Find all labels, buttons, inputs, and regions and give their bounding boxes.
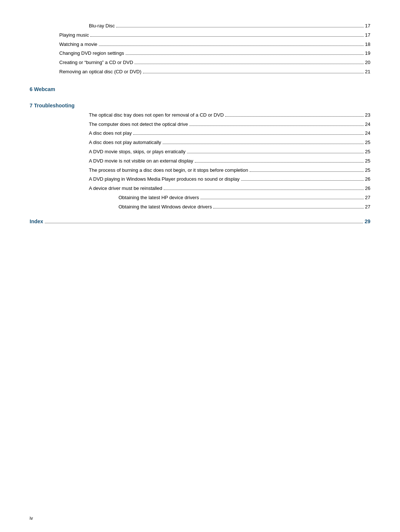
index-page: 29 — [364, 218, 370, 224]
toc-entry-dvd-region: Changing DVD region settings 19 — [30, 50, 370, 57]
toc-page-dvd-not-visible: 25 — [365, 157, 370, 165]
toc-page-dvd-no-sound: 26 — [365, 175, 370, 183]
toc-page-burning-process: 25 — [365, 167, 370, 174]
toc-text-removing-disc: Removing an optical disc (CD or DVD) — [59, 68, 141, 76]
toc-dots-dvd-stops — [187, 153, 364, 153]
toc-dots-disc-not-play — [133, 134, 364, 135]
toc-dots-dvd-no-sound — [241, 180, 364, 181]
toc-page-bluray: 17 — [365, 22, 370, 30]
toc-page-disc-not-play: 24 — [365, 130, 370, 137]
toc-dots-hp-drivers — [200, 199, 363, 199]
toc-entry-watching-movie: Watching a movie 18 — [30, 41, 370, 48]
toc-page-optical-tray: 23 — [365, 111, 370, 119]
toc-page-removing-disc: 21 — [365, 68, 370, 76]
toc-entry-disc-not-auto: A disc does not play automatically 25 — [30, 139, 370, 147]
toc-dots-disc-not-auto — [163, 144, 363, 144]
index-dots — [45, 223, 363, 223]
section7-header: 7 Troubleshooting — [30, 103, 370, 108]
toc-page-burning: 20 — [365, 59, 370, 67]
toc-page-hp-drivers: 27 — [365, 194, 370, 202]
toc-text-playing-music: Playing music — [59, 31, 89, 39]
toc-text-disc-not-auto: A disc does not play automatically — [89, 139, 161, 147]
toc-page-dvd-stops: 25 — [365, 148, 370, 156]
toc-dots-device-driver — [164, 190, 364, 190]
toc-text-dvd-not-visible: A DVD movie is not visible on an externa… — [89, 157, 193, 165]
toc-page-windows-drivers: 27 — [365, 203, 370, 211]
toc-page-dvd-region: 19 — [365, 50, 370, 57]
toc-text-watching-movie: Watching a movie — [59, 41, 97, 48]
toc-entry-bluray: Blu-ray Disc 17 — [30, 22, 370, 30]
toc-dots-burning-process — [250, 171, 364, 172]
toc-dots-dvd-not-visible — [195, 162, 364, 163]
toc-text-dvd-stops: A DVD movie stops, skips, or plays errat… — [89, 148, 186, 156]
toc-text-hp-drivers: Obtaining the latest HP device drivers — [119, 194, 199, 202]
toc-entry-device-driver: A device driver must be reinstalled 26 — [30, 185, 370, 193]
toc-text-disc-not-play: A disc does not play — [89, 130, 132, 137]
page-footer: iv — [30, 516, 33, 521]
toc-dots-detect-drive — [189, 126, 363, 126]
toc-text-dvd-region: Changing DVD region settings — [59, 50, 124, 57]
toc-dots-playing-music — [90, 36, 363, 37]
toc-dots-optical-tray — [225, 116, 363, 117]
toc-text-burning-process: The process of burning a disc does not b… — [89, 167, 248, 174]
toc-entry-removing-disc: Removing an optical disc (CD or DVD) 21 — [30, 68, 370, 76]
toc-text-dvd-no-sound: A DVD playing in Windows Media Player pr… — [89, 175, 240, 183]
footer-page-number: iv — [30, 516, 33, 521]
toc-page-playing-music: 17 — [365, 31, 370, 39]
toc-entry-burning: Creating or “burning” a CD or DVD 20 — [30, 59, 370, 67]
toc-entry-dvd-no-sound: A DVD playing in Windows Media Player pr… — [30, 175, 370, 183]
toc-container: Blu-ray Disc 17 Playing music 17 Watchin… — [30, 15, 370, 224]
toc-dots-windows-drivers — [213, 208, 363, 208]
toc-page-detect-drive: 24 — [365, 121, 370, 128]
toc-entry-burning-process: The process of burning a disc does not b… — [30, 167, 370, 174]
toc-entry-windows-drivers: Obtaining the latest Windows device driv… — [30, 203, 370, 211]
toc-dots-removing-disc — [143, 73, 364, 73]
toc-page-device-driver: 26 — [365, 185, 370, 193]
toc-entry-optical-tray: The optical disc tray does not open for … — [30, 111, 370, 119]
toc-entry-dvd-not-visible: A DVD movie is not visible on an externa… — [30, 157, 370, 165]
toc-entry-playing-music: Playing music 17 — [30, 31, 370, 39]
toc-dots-burning — [134, 64, 363, 64]
toc-dots-bluray — [116, 27, 363, 27]
toc-text-detect-drive: The computer does not detect the optical… — [89, 121, 188, 128]
index-label: Index — [30, 218, 43, 224]
toc-page-disc-not-auto: 25 — [365, 139, 370, 147]
toc-text-burning: Creating or “burning” a CD or DVD — [59, 59, 133, 67]
section6-header: 6 Webcam — [30, 86, 370, 92]
toc-entry-disc-not-play: A disc does not play 24 — [30, 130, 370, 137]
toc-dots-dvd-region — [126, 54, 364, 55]
toc-entry-dvd-stops: A DVD movie stops, skips, or plays errat… — [30, 148, 370, 156]
index-entry: Index 29 — [30, 218, 370, 224]
toc-text-bluray: Blu-ray Disc — [89, 22, 115, 30]
toc-text-windows-drivers: Obtaining the latest Windows device driv… — [119, 203, 212, 211]
toc-text-device-driver: A device driver must be reinstalled — [89, 185, 162, 193]
toc-text-optical-tray: The optical disc tray does not open for … — [89, 111, 224, 119]
toc-dots-watching-movie — [99, 46, 364, 46]
toc-entry-hp-drivers: Obtaining the latest HP device drivers 2… — [30, 194, 370, 202]
toc-page-watching-movie: 18 — [365, 41, 370, 48]
toc-entry-detect-drive: The computer does not detect the optical… — [30, 121, 370, 128]
